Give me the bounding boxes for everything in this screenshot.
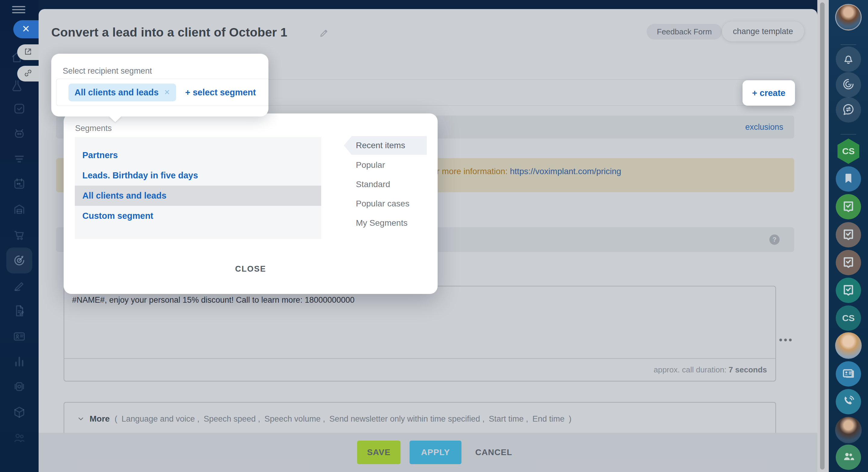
tasks-chat-brown[interactable]: [836, 250, 861, 275]
tray-check-icon: [841, 255, 855, 270]
divider: [841, 134, 856, 135]
user-avatar[interactable]: [835, 4, 862, 30]
scrollbar-thumb[interactable]: [820, 2, 825, 470]
card-caret: [108, 116, 122, 122]
pencil-icon[interactable]: [13, 279, 26, 292]
recipient-segment-card: Select recipient segment All clients and…: [51, 54, 269, 117]
phone-icon: [841, 394, 855, 409]
cart-icon[interactable]: [13, 228, 26, 241]
segment-category[interactable]: Standard: [344, 175, 427, 194]
page-background-strip: [39, 0, 817, 9]
copilot-icon: [841, 77, 855, 92]
contact-card-chat[interactable]: [836, 361, 861, 387]
sidebar-item-marketing-active[interactable]: [6, 247, 32, 273]
device-icon[interactable]: [13, 380, 26, 393]
bell-icon: [841, 52, 855, 67]
tasks-chat-green[interactable]: [836, 194, 861, 219]
document-edit-icon[interactable]: [13, 304, 26, 318]
robot-icon[interactable]: [13, 127, 26, 140]
tasks-chat-teal[interactable]: [836, 278, 861, 303]
select-segment-link[interactable]: + select segment: [185, 88, 256, 97]
copy-link-tab[interactable]: [17, 66, 39, 82]
tray-check-icon: [841, 283, 855, 298]
cube-icon[interactable]: [13, 406, 26, 419]
tray-check-icon: [841, 199, 855, 214]
divider: [841, 45, 856, 45]
bar-chart-icon[interactable]: [13, 355, 26, 368]
people-icon: [841, 450, 855, 465]
segment-item[interactable]: Leads. Birthday in five days: [75, 166, 321, 186]
segment-category[interactable]: Popular: [344, 155, 427, 175]
tray-check-icon: [841, 227, 855, 242]
helpdesk-badge[interactable]: CS: [836, 139, 861, 164]
external-link-icon: [24, 47, 33, 57]
people-icon[interactable]: [13, 431, 26, 444]
selected-segment-chip[interactable]: All clients and leads ✕: [68, 84, 176, 101]
segment-item[interactable]: Partners: [75, 145, 321, 166]
calendar-icon[interactable]: [13, 177, 26, 190]
id-card-icon[interactable]: [13, 329, 26, 343]
close-modal-tab[interactable]: [13, 20, 39, 38]
segment-category[interactable]: My Segments: [344, 213, 427, 233]
cs-chat-badge[interactable]: CS: [836, 305, 861, 331]
notifications-button[interactable]: [836, 47, 861, 72]
messenger-button[interactable]: [836, 97, 861, 122]
cs-circle-label: CS: [842, 313, 855, 323]
segments-popup-title: Segments: [75, 124, 112, 133]
warehouse-icon[interactable]: [13, 203, 26, 216]
contact-avatar[interactable]: [835, 417, 862, 443]
contact-card-icon: [841, 366, 855, 381]
link-icon: [24, 68, 33, 79]
segment-category[interactable]: Popular cases: [344, 194, 427, 213]
open-in-new-tab[interactable]: [17, 45, 39, 60]
funnel-icon[interactable]: [13, 152, 26, 166]
close-popup-button[interactable]: CLOSE: [64, 264, 438, 274]
scrollbar-track[interactable]: [817, 0, 829, 472]
segment-input[interactable]: All clients and leads ✕ + select segment: [56, 79, 269, 106]
segments-popup: Segments PartnersLeads. Birthday in five…: [64, 114, 438, 294]
menu-icon[interactable]: [12, 6, 25, 15]
create-segment-button[interactable]: + create: [743, 80, 795, 106]
chat-arrows-icon: [841, 102, 855, 117]
tasks-chat-gray[interactable]: [836, 222, 861, 247]
recipient-segment-label: Select recipient segment: [63, 66, 152, 76]
segment-item[interactable]: Custom segment: [75, 206, 321, 226]
remove-chip-icon[interactable]: ✕: [164, 88, 170, 96]
segment-item[interactable]: All clients and leads: [75, 186, 321, 206]
campaign-modal: Convert a lead into a client of October …: [39, 9, 817, 472]
copilot-button[interactable]: [836, 72, 861, 97]
bookmark-icon: [841, 171, 855, 186]
close-icon: [22, 24, 30, 34]
chip-label: All clients and leads: [74, 88, 159, 97]
checkbox-icon[interactable]: [13, 102, 26, 115]
target-icon: [13, 254, 26, 267]
segment-categories: Recent itemsPopularStandardPopular cases…: [344, 136, 427, 233]
group-chat[interactable]: [836, 445, 861, 470]
flask-icon[interactable]: [10, 79, 24, 92]
phone-chat[interactable]: [836, 389, 861, 414]
messenger-sidebar: CS CS: [829, 0, 868, 472]
cs-hexagon-label: CS: [842, 146, 855, 156]
segments-list: PartnersLeads. Birthday in five daysAll …: [75, 137, 321, 239]
bookmark-chat[interactable]: [836, 166, 861, 191]
segment-category[interactable]: Recent items: [344, 136, 427, 155]
contact-avatar[interactable]: [835, 332, 862, 359]
